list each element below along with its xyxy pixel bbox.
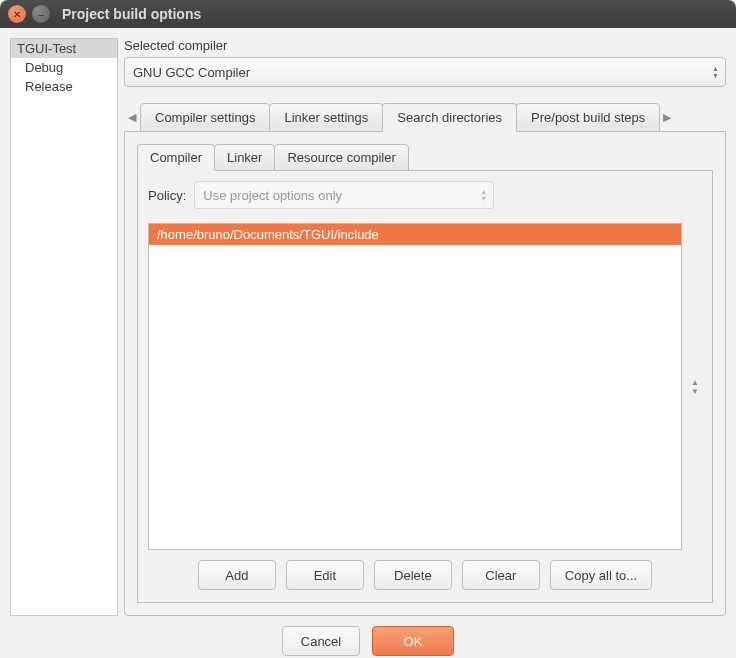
compiler-select[interactable]: GNU GCC Compiler ▲▼	[124, 57, 726, 87]
tab-compiler-settings[interactable]: Compiler settings	[140, 103, 270, 132]
selected-compiler-label: Selected compiler	[124, 38, 726, 53]
delete-button[interactable]: Delete	[374, 560, 452, 590]
cancel-button[interactable]: Cancel	[282, 626, 360, 656]
tab-search-directories[interactable]: Search directories	[382, 103, 517, 132]
edit-button[interactable]: Edit	[286, 560, 364, 590]
target-sidebar: TGUI-Test Debug Release	[10, 38, 118, 616]
policy-value: Use project options only	[203, 188, 342, 203]
tab-linker-settings[interactable]: Linker settings	[269, 103, 383, 132]
scroll-up-icon[interactable]: ▲	[688, 378, 702, 387]
add-button[interactable]: Add	[198, 560, 276, 590]
list-scrollbar[interactable]: ▲ ▼	[688, 223, 702, 550]
chevron-updown-icon: ▲▼	[480, 188, 487, 202]
minimize-icon[interactable]: –	[32, 5, 50, 23]
policy-select[interactable]: Use project options only ▲▼	[194, 181, 494, 209]
compiler-value: GNU GCC Compiler	[133, 65, 250, 80]
tab-scroll-left-icon[interactable]: ◀	[124, 111, 140, 124]
tab-panel-search-directories: Compiler Linker Resource compiler Policy…	[124, 131, 726, 616]
inner-tab-compiler[interactable]: Compiler	[137, 144, 215, 171]
list-item[interactable]: /home/bruno/Documents/TGUI/include	[149, 224, 681, 245]
sidebar-item-release[interactable]: Release	[11, 77, 117, 96]
titlebar: ✕ – Project build options	[0, 0, 736, 28]
window-title: Project build options	[62, 6, 201, 22]
sidebar-item-tgui-test[interactable]: TGUI-Test	[11, 39, 117, 58]
ok-button[interactable]: OK	[372, 626, 454, 656]
clear-button[interactable]: Clear	[462, 560, 540, 590]
policy-label: Policy:	[148, 188, 186, 203]
sidebar-item-debug[interactable]: Debug	[11, 58, 117, 77]
tab-scroll-right-icon[interactable]: ▶	[659, 111, 675, 124]
inner-tabstrip: Compiler Linker Resource compiler	[137, 144, 713, 171]
inner-panel-compiler: Policy: Use project options only ▲▼ /hom…	[137, 170, 713, 603]
directories-listbox[interactable]: /home/bruno/Documents/TGUI/include	[148, 223, 682, 550]
scroll-down-icon[interactable]: ▼	[688, 387, 702, 396]
copy-all-button[interactable]: Copy all to...	[550, 560, 652, 590]
inner-tab-resource-compiler[interactable]: Resource compiler	[274, 144, 408, 171]
dialog-footer: Cancel OK	[0, 616, 736, 658]
chevron-updown-icon: ▲▼	[712, 65, 719, 79]
main-tabstrip: ◀ Compiler settings Linker settings Sear…	[124, 103, 726, 132]
inner-tab-linker[interactable]: Linker	[214, 144, 275, 171]
tab-prepost-build[interactable]: Pre/post build steps	[516, 103, 660, 132]
close-icon[interactable]: ✕	[8, 5, 26, 23]
